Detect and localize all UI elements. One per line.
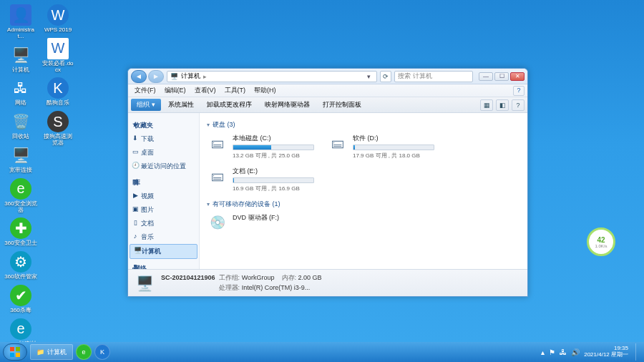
desktop-icon-computer[interactable]: 🖥️计算机 xyxy=(3,43,39,75)
address-bar[interactable]: 🖥️ 计算机 ▸ ▾ xyxy=(167,71,377,82)
desktop-icon: ▭ xyxy=(131,147,140,156)
desktop-icon-360guard[interactable]: ✚360安全卫士 xyxy=(3,216,39,248)
nav-downloads[interactable]: ⬇下载 xyxy=(128,132,199,146)
svg-rect-0 xyxy=(10,347,14,351)
view-mode-button[interactable]: ▦ xyxy=(480,99,493,111)
menu-view[interactable]: 查看(V) xyxy=(191,86,220,95)
flag-icon[interactable]: ⚑ xyxy=(549,348,555,356)
menu-edit[interactable]: 编辑(E) xyxy=(161,86,190,95)
refresh-button[interactable]: ⟳ xyxy=(380,71,391,82)
nav-recent[interactable]: 🕘最近访问的位置 xyxy=(128,160,199,173)
document-icon: ▯ xyxy=(131,218,140,227)
content-pane: ▾硬盘 (3) 🖴 本地磁盘 (C:) 13.2 GB 可用 , 共 25.0 … xyxy=(200,113,527,269)
nav-network[interactable]: 🖧网络 xyxy=(128,262,199,269)
help-button[interactable]: ? xyxy=(513,86,525,96)
task-kugou[interactable]: K xyxy=(94,344,110,360)
desktop-icon-network[interactable]: 🖧网络 xyxy=(3,76,39,108)
drive-c[interactable]: 🖴 本地磁盘 (C:) 13.2 GB 可用 , 共 25.0 GB xyxy=(207,134,314,160)
start-button[interactable] xyxy=(3,343,27,361)
folder-icon: 📁 xyxy=(36,348,44,356)
desktop-icon-360browser[interactable]: e360安全浏览器 xyxy=(3,177,39,215)
nav-favorites[interactable]: ★收藏夹 xyxy=(128,119,199,132)
drive-e[interactable]: 🖴 文档 (E:) 16.9 GB 可用 , 共 16.9 GB xyxy=(207,167,314,192)
recent-icon: 🕘 xyxy=(131,161,140,170)
nav-libraries[interactable]: ▤库 xyxy=(128,176,199,190)
preview-pane-button[interactable]: ◧ xyxy=(496,99,509,111)
nav-videos[interactable]: ▶视频 xyxy=(128,190,199,203)
volume-icon[interactable]: 🔊 xyxy=(571,348,580,356)
computer-icon: 🖥️ xyxy=(133,246,142,255)
desktop-icon-360soft[interactable]: ⚙360软件管家 xyxy=(3,250,39,282)
nav-pane: ★收藏夹 ⬇下载 ▭桌面 🕘最近访问的位置 ▤库 ▶视频 ▣图片 ▯文档 ♪音乐… xyxy=(128,113,200,269)
menu-help[interactable]: 帮助(H) xyxy=(250,86,280,95)
task-360browser[interactable]: e xyxy=(76,344,92,360)
hdd-icon: 🖴 xyxy=(207,134,228,152)
mapnet-button[interactable]: 映射网络驱动器 xyxy=(259,99,316,111)
picture-icon: ▣ xyxy=(131,205,140,213)
menu-tools[interactable]: 工具(T) xyxy=(221,86,250,95)
sysprops-button[interactable]: 系统属性 xyxy=(162,99,200,111)
nav-back-button[interactable]: ◄ xyxy=(131,70,147,83)
widget-percent: 42 xyxy=(597,236,605,244)
windows-logo-icon xyxy=(9,346,21,358)
drive-d[interactable]: 🖴 软件 (D:) 17.9 GB 可用 , 共 18.0 GB xyxy=(327,134,434,160)
address-dropdown-icon[interactable]: ▾ xyxy=(364,73,374,80)
category-removable[interactable]: ▾有可移动存储的设备 (1) xyxy=(207,198,520,210)
usage-bar xyxy=(233,177,314,183)
chevron-down-icon: ▾ xyxy=(207,122,210,128)
hdd-icon: 🖴 xyxy=(207,167,228,185)
nav-desktop[interactable]: ▭桌面 xyxy=(128,146,199,160)
menubar: 文件(F) 编辑(E) 查看(V) 工具(T) 帮助(H) ? xyxy=(128,84,527,97)
accelerator-widget[interactable]: 42 1.0K/s xyxy=(587,228,615,256)
system-tray: ▴ ⚑ 🖧 🔊 19:35 2021/4/12 星期一 xyxy=(541,343,641,361)
desktop-icon-360antivirus[interactable]: ✔360杀毒 xyxy=(3,283,39,315)
network-icon: 🖧 xyxy=(131,263,140,269)
nav-pictures[interactable]: ▣图片 xyxy=(128,203,199,217)
computer-icon: 🖥️ xyxy=(134,273,155,293)
search-input[interactable]: 搜索 计算机 xyxy=(394,71,473,82)
desktop-icon-sogou[interactable]: S搜狗高速浏览器 xyxy=(40,109,76,148)
computer-name: SC-202104121906 xyxy=(161,274,215,281)
desktop: 👤Administrat... 🖥️计算机 🖧网络 🗑️回收站 🖥️宽带连接 e… xyxy=(3,3,76,355)
network-icon[interactable]: 🖧 xyxy=(560,348,567,356)
maximize-button[interactable]: ☐ xyxy=(494,72,509,81)
breadcrumb-arrow-icon[interactable]: ▸ xyxy=(203,73,207,80)
show-desktop-button[interactable] xyxy=(635,343,641,361)
desktop-icon-kugou[interactable]: K酷狗音乐 xyxy=(40,76,76,108)
svg-rect-2 xyxy=(10,353,14,357)
music-icon: ♪ xyxy=(131,232,140,240)
desktop-icon-broadband[interactable]: 🖥️宽带连接 xyxy=(3,143,39,175)
uninstall-button[interactable]: 卸载或更改程序 xyxy=(201,99,258,111)
desktop-icon-wps[interactable]: WWPS 2019 xyxy=(40,3,76,35)
organize-button[interactable]: 组织 ▾ xyxy=(131,99,161,111)
dvd-icon: 💿 xyxy=(207,213,228,232)
widget-speed: 1.0K/s xyxy=(595,244,607,248)
titlebar[interactable]: ◄ ► 🖥️ 计算机 ▸ ▾ ⟳ 搜索 计算机 — ☐ ✕ xyxy=(128,69,527,84)
desktop-icon-recycle[interactable]: 🗑️回收站 xyxy=(3,109,39,142)
video-icon: ▶ xyxy=(131,191,140,200)
desktop-icon-install-doc[interactable]: W安装必看.docx xyxy=(40,36,76,75)
usage-bar xyxy=(233,145,314,150)
clock[interactable]: 19:35 2021/4/12 星期一 xyxy=(584,346,628,358)
help-icon-button[interactable]: ? xyxy=(512,99,525,111)
nav-computer[interactable]: 🖥️计算机 xyxy=(130,244,197,259)
close-button[interactable]: ✕ xyxy=(510,72,525,81)
hdd-icon: 🖴 xyxy=(327,134,348,152)
nav-forward-button[interactable]: ► xyxy=(148,70,164,83)
desktop-icon-administrator[interactable]: 👤Administrat... xyxy=(3,3,39,41)
usage-bar xyxy=(353,145,434,150)
library-icon: ▤ xyxy=(131,177,140,186)
nav-music[interactable]: ♪音乐 xyxy=(128,230,199,244)
task-explorer[interactable]: 📁计算机 xyxy=(30,344,73,360)
download-icon: ⬇ xyxy=(131,134,140,142)
drive-dvd[interactable]: 💿 DVD 驱动器 (F:) xyxy=(207,213,314,232)
minimize-button[interactable]: — xyxy=(479,72,493,81)
computer-icon: 🖥️ xyxy=(170,73,178,80)
tray-arrow-icon[interactable]: ▴ xyxy=(541,348,545,356)
menu-file[interactable]: 文件(F) xyxy=(131,86,160,95)
taskbar: 📁计算机 e K ▴ ⚑ 🖧 🔊 19:35 2021/4/12 星期一 xyxy=(0,342,644,362)
controlpanel-button[interactable]: 打开控制面板 xyxy=(317,99,367,111)
category-hdd[interactable]: ▾硬盘 (3) xyxy=(207,119,520,131)
nav-documents[interactable]: ▯文档 xyxy=(128,217,199,230)
command-bar: 组织 ▾ 系统属性 卸载或更改程序 映射网络驱动器 打开控制面板 ▦ ◧ ? xyxy=(128,97,527,113)
